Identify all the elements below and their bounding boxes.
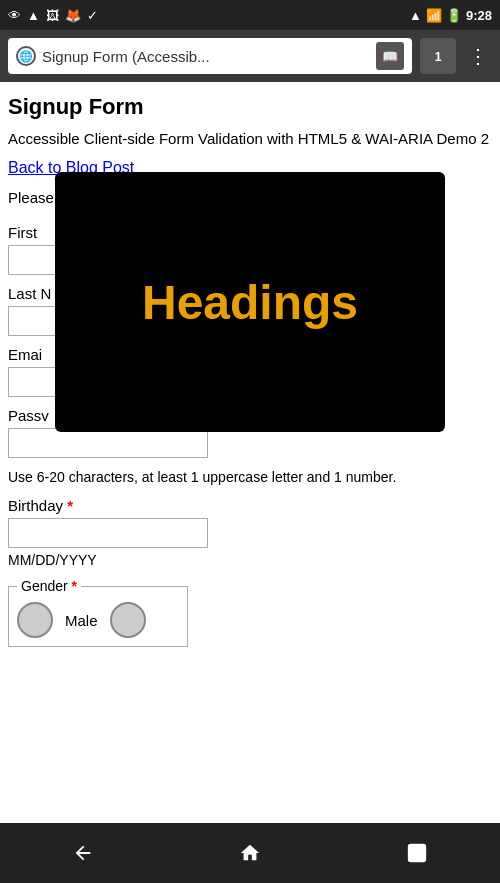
gender-options: Male [17, 602, 179, 638]
bottom-nav [0, 823, 500, 883]
birthday-required-star: * [67, 497, 73, 514]
recent-nav-button[interactable] [387, 823, 447, 883]
date-format: MM/DD/YYYY [8, 552, 492, 568]
birthday-label: Birthday * [8, 497, 492, 514]
check-icon: ✓ [87, 8, 98, 23]
home-nav-button[interactable] [220, 823, 280, 883]
male-label: Male [65, 612, 98, 629]
address-text: Signup Form (Accessib... [42, 48, 370, 65]
gender-fieldset: Gender * Male [8, 578, 188, 647]
status-bar-left: 👁 ▲ 🖼 🦊 ✓ [8, 8, 98, 23]
tab-count[interactable]: 1 [420, 38, 456, 74]
page-title: Signup Form [8, 94, 492, 120]
arrow-up-icon: ▲ [27, 8, 40, 23]
male-radio[interactable] [17, 602, 53, 638]
status-bar-right: ▲ 📶 🔋 9:28 [409, 8, 492, 23]
address-bar[interactable]: 🌐 Signup Form (Accessib... 📖 [8, 38, 412, 74]
gender-label-text: Gender [21, 578, 68, 594]
birthday-input[interactable] [8, 518, 208, 548]
gender-required-star: * [72, 578, 77, 594]
birthday-label-text: Birthday [8, 497, 63, 514]
page-content: Signup Form Accessible Client-side Form … [0, 82, 500, 669]
image-icon: 🖼 [46, 8, 59, 23]
page-subtitle: Accessible Client-side Form Validation w… [8, 128, 492, 149]
globe-icon: 🌐 [16, 46, 36, 66]
menu-icon[interactable]: ⋮ [464, 40, 492, 72]
svg-rect-0 [408, 845, 425, 862]
signal-icon: 📶 [426, 8, 442, 23]
popup-text: Headings [142, 275, 358, 330]
subtitle-text: Accessible Client-side Form Validation w… [8, 130, 489, 147]
eye-icon: 👁 [8, 8, 21, 23]
firefox-icon: 🦊 [65, 8, 81, 23]
time-display: 9:28 [466, 8, 492, 23]
back-nav-button[interactable] [53, 823, 113, 883]
female-radio[interactable] [110, 602, 146, 638]
recent-nav-icon [406, 842, 428, 864]
home-nav-icon [239, 842, 261, 864]
password-hint: Use 6-20 characters, at least 1 uppercas… [8, 468, 492, 488]
password-input[interactable] [8, 428, 208, 458]
back-nav-icon [72, 842, 94, 864]
reader-icon[interactable]: 📖 [376, 42, 404, 70]
status-bar: 👁 ▲ 🖼 🦊 ✓ ▲ 📶 🔋 9:28 [0, 0, 500, 30]
battery-icon: 🔋 [446, 8, 462, 23]
browser-chrome: 🌐 Signup Form (Accessib... 📖 1 ⋮ [0, 30, 500, 82]
popup-overlay: Headings [55, 172, 445, 432]
gender-legend: Gender * [17, 578, 81, 594]
wifi-icon: ▲ [409, 8, 422, 23]
